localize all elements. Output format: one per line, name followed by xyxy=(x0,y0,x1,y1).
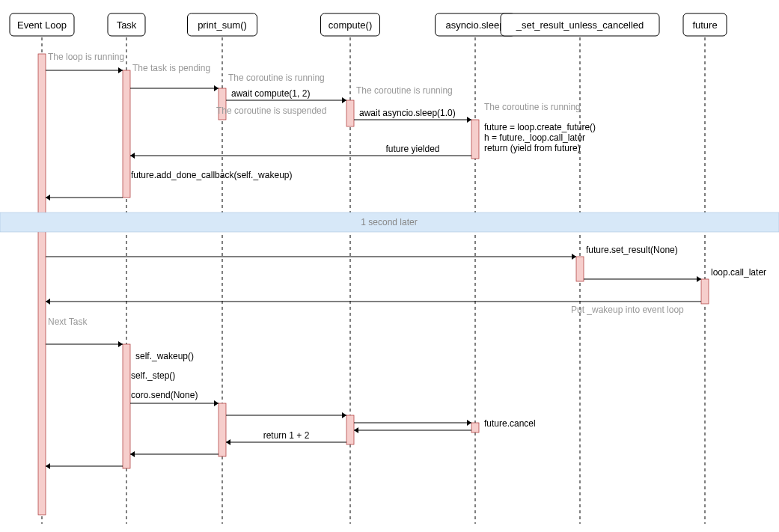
svg-marker-2 xyxy=(342,97,346,103)
message-label-6: future.set_result(None) xyxy=(586,245,678,255)
message-label3-10: coro.send(None) xyxy=(131,390,198,400)
message-label-2: await compute(1, 2) xyxy=(231,88,310,99)
message-noteleft-3: The coroutine is suspended xyxy=(216,106,326,116)
message-note-9: Next Task xyxy=(48,317,88,327)
side-note-0: future = loop.create_future() xyxy=(484,122,596,132)
svg-marker-14 xyxy=(226,439,230,445)
message-label-13: future.cancel xyxy=(484,418,536,429)
svg-marker-10 xyxy=(214,400,219,406)
message-note-4: The coroutine is running xyxy=(484,102,581,112)
svg-marker-16 xyxy=(46,463,50,469)
message-label-7: loop.call_later xyxy=(711,267,766,278)
svg-marker-8 xyxy=(46,299,50,305)
participant-label-compute: compute() xyxy=(329,19,373,31)
svg-marker-9 xyxy=(118,341,123,347)
activation-set xyxy=(576,257,584,281)
svg-marker-4 xyxy=(130,153,135,159)
activation-compute xyxy=(346,415,354,444)
message-label-10: self._wakeup() xyxy=(135,351,194,361)
activation-task xyxy=(123,344,130,468)
svg-marker-13 xyxy=(354,427,358,433)
svg-marker-6 xyxy=(572,254,576,260)
svg-marker-1 xyxy=(214,85,219,91)
participant-label-future: future xyxy=(692,19,717,31)
message-note-0: The loop is running xyxy=(48,52,124,62)
svg-marker-15 xyxy=(130,451,135,457)
message-note-8: Put _wakeup into event loop xyxy=(571,305,684,315)
participant-label-task: Task xyxy=(117,19,137,31)
activation-sleep xyxy=(471,423,479,432)
svg-marker-5 xyxy=(46,195,50,201)
activation-future xyxy=(701,279,709,304)
message-label-3: await asyncio.sleep(1.0) xyxy=(359,108,456,118)
participant-label-set: _set_result_unless_cancelled xyxy=(516,19,644,31)
side-note-1: h = future._loop.call_later xyxy=(484,132,585,143)
side-note-2: return (yield from future) xyxy=(484,143,581,153)
message-label-14: return 1 + 2 xyxy=(263,430,310,441)
activation-sleep xyxy=(471,120,479,159)
activation-compute xyxy=(346,100,354,126)
svg-marker-0 xyxy=(118,67,123,73)
participant-label-sleep: asyncio.sleep xyxy=(446,19,505,31)
svg-marker-11 xyxy=(342,412,346,418)
activation-task xyxy=(123,70,130,198)
message-label-4: future yielded xyxy=(385,144,439,154)
participant-label-loop: Event Loop xyxy=(17,19,67,31)
participant-label-print: print_sum() xyxy=(198,19,247,31)
activation-print xyxy=(219,403,226,456)
message-label-5: future.add_done_callback(self._wakeup) xyxy=(131,170,292,180)
activation-loop xyxy=(38,54,46,515)
svg-marker-3 xyxy=(467,117,471,123)
message-note-2: The coroutine is running xyxy=(228,73,325,83)
separator-label: 1 second later xyxy=(361,217,417,227)
message-label2-10: self._step() xyxy=(131,370,175,381)
message-note-1: The task is pending xyxy=(132,63,210,73)
svg-marker-7 xyxy=(697,276,701,282)
svg-marker-12 xyxy=(467,420,471,426)
message-note-3: The coroutine is running xyxy=(356,85,453,96)
